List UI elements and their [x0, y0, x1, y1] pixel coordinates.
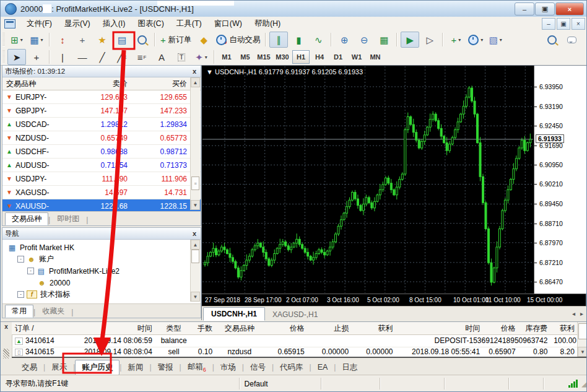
toolbar-grip[interactable] — [2, 33, 5, 46]
time-axis[interactable]: 27 Sep 201828 Sep 17:002 Oct 07:003 Oct … — [202, 294, 586, 307]
navigator-button[interactable]: ★ — [93, 32, 111, 48]
timeframe-h4[interactable]: H4 — [311, 50, 328, 64]
dropdown-caret-icon[interactable]: ▾ — [205, 54, 207, 60]
menu-item-tools[interactable]: 工具(T) — [170, 17, 208, 30]
text-label-tool[interactable]: T — [172, 49, 191, 65]
data-window-button[interactable]: + — [73, 32, 92, 48]
chart-tab-usdcnh[interactable]: USDCNH-,H1 — [203, 307, 265, 321]
terminal-column-8[interactable]: 时间 — [396, 323, 484, 334]
market-watch-tab-0[interactable]: 交易品种 — [5, 212, 48, 225]
terminal-tab-1[interactable]: 展示 — [45, 360, 73, 375]
terminal-column-2[interactable]: 类型 — [155, 323, 193, 334]
search-button[interactable] — [542, 32, 561, 48]
terminal-tab-2[interactable]: 账户历史 — [75, 360, 120, 375]
mdi-minimize-button[interactable]: – — [542, 18, 555, 30]
mdi-restore-button[interactable]: ▣ — [557, 18, 570, 30]
terminal-column-7[interactable]: 获利 — [352, 323, 396, 334]
timeframe-m5[interactable]: M5 — [237, 50, 254, 64]
periods-button[interactable]: ▾ — [466, 32, 485, 48]
zoom-in-button[interactable]: ⊕ — [335, 32, 354, 48]
terminal-tab-4[interactable]: 警报 — [152, 360, 180, 375]
nav-item-4[interactable]: -f技术指标 — [5, 289, 201, 300]
terminal-grip[interactable] — [3, 349, 9, 359]
market-row-USDCHF[interactable]: ▲USDCHF-0.986880.98712 — [2, 145, 201, 159]
restore-button[interactable]: ▣ — [535, 2, 555, 15]
dropdown-caret-icon[interactable]: ▾ — [20, 37, 23, 43]
terminal-tab-10[interactable]: 日志 — [336, 360, 363, 375]
horizontal-line-tool[interactable]: — — [73, 49, 92, 65]
chat-button[interactable] — [562, 32, 581, 48]
text-tool[interactable]: A — [152, 49, 171, 65]
toolbar-grip[interactable] — [2, 50, 5, 64]
terminal-column-5[interactable]: 价格 — [263, 323, 307, 334]
trendline-tool[interactable]: ╱ — [93, 49, 111, 65]
chart-collapse-icon[interactable]: ▼ — [206, 68, 215, 76]
title-bar[interactable]: 20000 : ProfitMarketHK-Live2 - [USDCNH-,… — [1, 1, 587, 17]
mdi-close-button[interactable]: × — [572, 18, 585, 30]
fibonacci-tool[interactable]: ≡F — [133, 49, 151, 65]
minimize-button[interactable]: – — [515, 2, 534, 15]
scroll-down-icon[interactable]: ▼ — [191, 292, 200, 302]
strategy-tester-button[interactable] — [133, 32, 151, 48]
terminal-row-3410614[interactable]: ▲34106142018.09.14 08:06:59balanceDEPOSI… — [12, 334, 578, 347]
dropdown-caret-icon[interactable]: ▾ — [480, 37, 483, 43]
market-watch-scrollbar[interactable]: ▲ ≡ ▼ — [190, 77, 200, 210]
timeframe-m15[interactable]: M15 — [255, 50, 272, 64]
chart-tab-xagusd[interactable]: XAGUSD-,H1 — [265, 308, 325, 321]
arrows-tool[interactable]: ✦▾ — [192, 49, 211, 65]
dropdown-caret-icon[interactable]: ▾ — [41, 37, 43, 43]
terminal-column-4[interactable]: 交易品种 — [215, 323, 263, 334]
vertical-line-tool[interactable]: | — [53, 49, 72, 65]
scroll-up-icon[interactable]: ▲ — [191, 240, 200, 250]
tab-scroll-right-icon[interactable]: ▸ — [580, 310, 583, 317]
terminal-tab-3[interactable]: 新闻 — [121, 360, 149, 375]
zoom-out-button[interactable]: ⊖ — [355, 32, 373, 48]
nav-item-1[interactable]: -☻账户 — [5, 253, 201, 265]
new-chart-button[interactable]: ⊞▾ — [7, 32, 26, 48]
terminal-tab-0[interactable]: 交易 — [15, 360, 43, 375]
bar-chart-button[interactable]: ∥ — [269, 32, 288, 48]
crosshair-tool[interactable]: + — [27, 49, 46, 65]
scroll-thumb[interactable]: ≡ — [191, 176, 199, 190]
column-symbol[interactable]: 交易品种 — [2, 79, 72, 89]
market-row-USDCAD[interactable]: ▲USDCAD-1.298121.29834 — [2, 118, 201, 131]
tile-windows-button[interactable]: ▦ — [375, 32, 393, 48]
navigator-tab-0[interactable]: 常用 — [5, 305, 33, 318]
status-profile[interactable]: Default — [240, 378, 322, 390]
indicators-button[interactable]: +▾ — [446, 32, 465, 48]
navigator-titlebar[interactable]: 导航 x — [2, 228, 201, 240]
menu-item-window[interactable]: 窗口(W) — [208, 17, 248, 30]
market-row-NZDUSD[interactable]: ▼NZDUSD-0.657490.65773 — [2, 131, 201, 145]
terminal-column-9[interactable]: 价格 — [483, 323, 519, 334]
market-row-USDJPY[interactable]: ▼USDJPY-111.890111.906 — [2, 172, 201, 186]
tab-scroll-left-icon[interactable]: ◂ — [572, 310, 575, 317]
dropdown-caret-icon[interactable]: ▾ — [500, 37, 502, 43]
market-watch-button[interactable]: ↕ — [53, 32, 72, 48]
terminal-column-10[interactable]: 库存费 — [519, 323, 551, 334]
close-icon[interactable]: x — [191, 68, 198, 75]
market-watch-tab-1[interactable]: 即时图 — [50, 212, 86, 225]
tree-expander-icon[interactable]: - — [27, 268, 34, 274]
new-order-button[interactable]: +新订单 — [159, 32, 193, 48]
scroll-thumb[interactable] — [191, 250, 199, 263]
timeframe-mn[interactable]: MN — [367, 50, 384, 64]
column-sell[interactable]: 卖价 — [72, 79, 131, 89]
market-watch-titlebar[interactable]: 市场报价: 01:39:12 x — [2, 66, 201, 77]
terminal-tab-8[interactable]: 代码库 — [274, 360, 310, 375]
chart-shift-button[interactable]: ▷ — [420, 32, 439, 48]
terminal-tab-7[interactable]: 信号 — [244, 360, 272, 375]
terminal-column-6[interactable]: 止损 — [308, 323, 352, 334]
auto-scroll-button[interactable]: ▶ — [401, 32, 419, 48]
terminal-column-0[interactable]: 订单 / — [12, 323, 62, 334]
bookmark-button[interactable]: ◆ — [194, 32, 213, 48]
auto-trading-button[interactable]: 自动交易 — [214, 32, 262, 48]
terminal-column-3[interactable]: 手数 — [192, 323, 215, 334]
menu-item-charts[interactable]: 图表(C) — [131, 17, 170, 30]
terminal-button[interactable]: ▤ — [113, 32, 131, 48]
menu-item-insert[interactable]: 插入(I) — [97, 17, 132, 30]
candlestick-chart-button[interactable]: ▮ — [289, 32, 308, 48]
timeframe-d1[interactable]: D1 — [329, 50, 347, 64]
timeframe-w1[interactable]: W1 — [348, 50, 365, 64]
terminal-row-3410615[interactable]: ▯34106152018.09.14 08:08:04sell0.10nzdus… — [12, 347, 578, 357]
nav-item-2[interactable]: -▤ProfitMarketHK-Live2 — [5, 265, 201, 277]
